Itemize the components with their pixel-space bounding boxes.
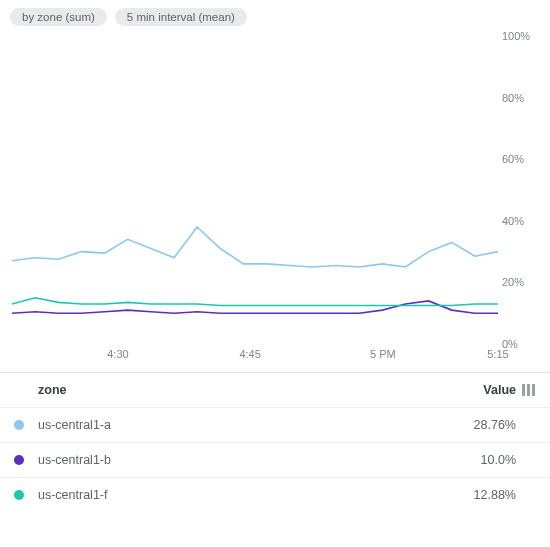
legend-header-row: zone Value [0, 373, 550, 407]
legend-header-name: zone [38, 383, 436, 397]
legend-table: zone Value us-central1-a28.76%us-central… [0, 372, 550, 512]
legend-header-value: Value [436, 383, 516, 397]
line-chart[interactable]: 0%20%40%60%80%100% [12, 36, 498, 344]
legend-row[interactable]: us-central1-f12.88% [0, 477, 550, 512]
color-swatch-icon [14, 455, 24, 465]
y-tick-label: 20% [502, 276, 542, 288]
x-tick-label: 4:45 [239, 348, 260, 360]
legend-row-name: us-central1-f [38, 488, 436, 502]
x-tick-label: 5 PM [370, 348, 396, 360]
filter-pill-row: by zone (sum) 5 min interval (mean) [0, 0, 550, 32]
y-tick-label: 100% [502, 30, 542, 42]
color-swatch-icon [14, 420, 24, 430]
color-swatch-icon [14, 490, 24, 500]
y-tick-label: 40% [502, 215, 542, 227]
y-tick-label: 60% [502, 153, 542, 165]
x-axis: 4:304:455 PM5:15 [12, 348, 498, 366]
legend-row-name: us-central1-b [38, 453, 436, 467]
series-line[interactable] [12, 227, 498, 267]
pill-by-zone[interactable]: by zone (sum) [10, 8, 107, 26]
legend-row-value: 10.0% [436, 453, 516, 467]
legend-row[interactable]: us-central1-a28.76% [0, 407, 550, 442]
legend-row-value: 28.76% [436, 418, 516, 432]
y-tick-label: 80% [502, 92, 542, 104]
columns-icon[interactable] [522, 384, 536, 396]
series-line[interactable] [12, 301, 498, 313]
legend-row-value: 12.88% [436, 488, 516, 502]
x-tick-label: 4:30 [107, 348, 128, 360]
legend-row[interactable]: us-central1-b10.0% [0, 442, 550, 477]
x-tick-label: 5:15 [487, 348, 508, 360]
chart-area: 0%20%40%60%80%100% 4:304:455 PM5:15 [0, 32, 550, 372]
pill-interval[interactable]: 5 min interval (mean) [115, 8, 247, 26]
legend-row-name: us-central1-a [38, 418, 436, 432]
